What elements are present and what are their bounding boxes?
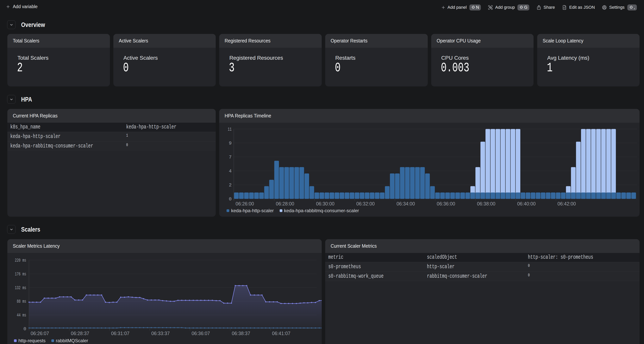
svg-text:11: 11 [228, 127, 232, 132]
svg-text:7: 7 [229, 155, 232, 160]
svg-text:06:38:00: 06:38:00 [477, 201, 496, 206]
svg-text:132 ms: 132 ms [15, 285, 26, 290]
svg-text:06:38:37: 06:38:37 [232, 331, 250, 336]
svg-text:06:36:07: 06:36:07 [192, 331, 210, 336]
svg-text:06:26:07: 06:26:07 [30, 331, 49, 336]
svg-text:06:34:00: 06:34:00 [396, 201, 415, 206]
svg-text:0: 0 [24, 326, 26, 332]
svg-text:88 ms: 88 ms [17, 299, 26, 304]
svg-text:220 ms: 220 ms [15, 258, 26, 263]
svg-text:4: 4 [229, 168, 232, 174]
svg-text:06:30:00: 06:30:00 [316, 201, 334, 206]
svg-text:06:42:00: 06:42:00 [558, 201, 576, 206]
svg-text:06:28:00: 06:28:00 [276, 201, 294, 206]
svg-text:06:31:07: 06:31:07 [111, 331, 130, 336]
svg-text:06:32:00: 06:32:00 [356, 201, 375, 206]
svg-text:06:36:00: 06:36:00 [437, 201, 455, 206]
svg-text:176 ms: 176 ms [15, 271, 26, 276]
svg-text:06:40:00: 06:40:00 [517, 201, 536, 206]
svg-text:06:28:37: 06:28:37 [71, 331, 89, 336]
svg-text:06:41:07: 06:41:07 [272, 331, 290, 336]
svg-text:44 ms: 44 ms [17, 312, 26, 318]
svg-text:9: 9 [229, 141, 232, 146]
svg-text:06:33:37: 06:33:37 [151, 331, 170, 336]
svg-text:2: 2 [229, 182, 232, 188]
svg-text:06:26:00: 06:26:00 [236, 201, 254, 206]
svg-text:0: 0 [229, 196, 232, 202]
